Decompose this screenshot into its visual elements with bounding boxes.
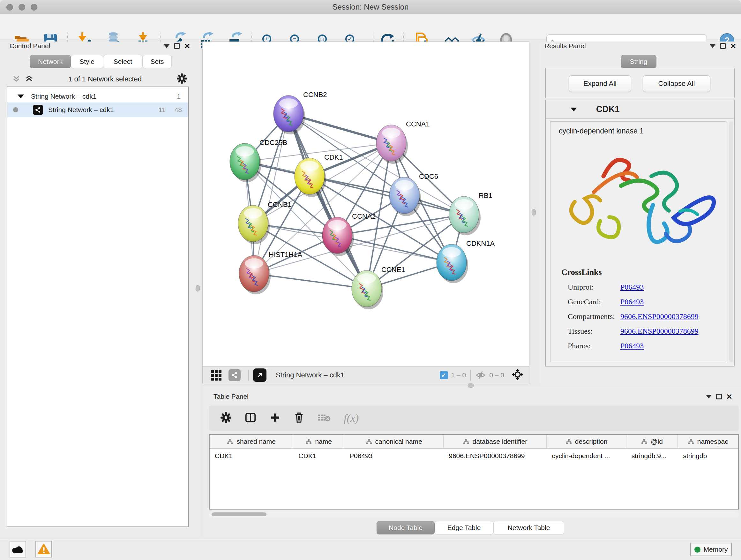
column-type-icon — [641, 439, 648, 444]
table-cell[interactable]: stringdb:9... — [626, 449, 678, 463]
node-label: CDC25B — [259, 138, 287, 146]
column-header[interactable]: description — [547, 435, 626, 448]
collapse-all-tree-icon[interactable] — [12, 74, 20, 84]
expand-all-button[interactable]: Expand All — [569, 75, 631, 92]
function-builder-button[interactable]: f(x) — [344, 412, 359, 424]
network-edge[interactable] — [288, 114, 367, 289]
column-header[interactable]: shared name — [210, 435, 293, 448]
network-edge[interactable] — [310, 176, 464, 214]
undock-panel-icon[interactable] — [174, 43, 180, 49]
string-settings-button[interactable] — [228, 369, 241, 381]
table-cell[interactable]: 9606.ENSP00000378699 — [444, 449, 547, 463]
cloud-status-button[interactable] — [10, 541, 26, 557]
tab-string[interactable]: String — [621, 55, 657, 68]
delete-table-button[interactable] — [318, 413, 330, 424]
network-collection-row[interactable]: String Network – cdk1 1 — [7, 89, 188, 104]
cloud-icon — [12, 545, 24, 554]
network-node-cdc6[interactable]: CDC6 — [389, 172, 438, 216]
collapse-all-button[interactable]: Collapse All — [643, 75, 711, 92]
network-node-rb1[interactable]: RB1 — [449, 192, 492, 235]
table-horizontal-scrollbar[interactable] — [209, 511, 739, 517]
network-node-ccna1[interactable]: CCNA1 — [376, 120, 430, 164]
float-panel-icon[interactable] — [706, 395, 712, 398]
string-network-icon — [33, 105, 43, 115]
open-in-browser-button[interactable] — [253, 368, 266, 382]
network-node-hist1h1a[interactable]: HIST1H1A — [239, 251, 302, 294]
network-options-gear-icon[interactable] — [177, 73, 187, 85]
crosslink-uniprot[interactable]: P06493 — [620, 283, 644, 291]
tab-edge-table[interactable]: Edge Table — [434, 521, 493, 535]
status-bar: Memory — [0, 539, 741, 560]
tab-style[interactable]: Style — [71, 55, 103, 68]
network-edge[interactable] — [337, 235, 452, 262]
table-cell[interactable]: CDK1 — [210, 449, 293, 463]
results-scrollbar[interactable] — [729, 121, 733, 362]
network-row-selected[interactable]: String Network – cdk1 11 48 — [7, 103, 188, 117]
tab-select[interactable]: Select — [103, 55, 143, 68]
close-panel-icon[interactable]: × — [726, 394, 732, 399]
tab-network-table[interactable]: Network Table — [493, 521, 564, 535]
node-label: CDC6 — [419, 172, 438, 180]
table-cell[interactable]: P06493 — [344, 449, 444, 463]
column-header[interactable]: namespac — [678, 435, 738, 448]
table-settings-button[interactable] — [220, 412, 231, 424]
column-header[interactable]: @id — [626, 435, 678, 448]
collection-expander-icon[interactable] — [17, 95, 24, 98]
float-panel-icon[interactable] — [164, 44, 170, 48]
undock-panel-icon[interactable] — [716, 394, 722, 399]
crosslink-compartments[interactable]: 9606.ENSP00000378699 — [620, 312, 698, 320]
table-cell[interactable]: stringdb — [678, 449, 738, 463]
tab-node-table[interactable]: Node Table — [377, 521, 434, 535]
delete-column-button[interactable] — [294, 412, 304, 425]
column-header[interactable]: name — [293, 435, 344, 448]
crosslink-pharos[interactable]: P06493 — [620, 341, 644, 350]
scrollbar-thumb[interactable] — [212, 512, 266, 516]
float-panel-icon[interactable] — [710, 44, 716, 48]
bottom-splitter-handle[interactable] — [468, 383, 474, 388]
main-toolbar: + − ▢ ✓ ⌂⌂ — [0, 14, 741, 39]
selected-counts: 1 – 0 — [451, 371, 466, 379]
network-canvas[interactable]: CCNB2CCNA1CDC25BCDK1CDC6RB1CCNB1CCNA2CDK… — [202, 42, 529, 366]
section-expander-icon[interactable] — [570, 108, 577, 111]
crosslink-row: Pharos:P06493 — [568, 338, 726, 353]
tab-sets[interactable]: Sets — [143, 55, 172, 68]
crosslink-tissues[interactable]: 9606.ENSP00000378699 — [620, 327, 698, 335]
results-panel-title: Results Panel — [544, 42, 586, 50]
network-node-ccnb2[interactable]: CCNB2 — [273, 91, 327, 134]
network-tree: String Network – cdk1 1 String Network –… — [7, 86, 189, 527]
table-cell[interactable]: CDK1 — [293, 449, 344, 463]
table-row[interactable]: CDK1CDK1P064939606.ENSP00000378699cyclin… — [210, 449, 738, 463]
network-label: String Network – cdk1 — [48, 106, 114, 114]
protein-section-header[interactable]: CDK1 — [546, 100, 734, 119]
control-panel-title: Control Panel — [10, 42, 50, 50]
table-panel: Table Panel × — [203, 386, 741, 538]
string-network-graph[interactable]: CCNB2CCNA1CDC25BCDK1CDC6RB1CCNB1CCNA2CDK… — [203, 42, 529, 366]
network-edge[interactable] — [254, 114, 288, 273]
network-node-cdkn1a[interactable]: CDKN1A — [436, 240, 495, 283]
right-splitter-handle[interactable] — [532, 209, 536, 215]
undock-panel-icon[interactable] — [720, 43, 726, 49]
column-header[interactable]: database identifier — [444, 435, 547, 448]
crosslink-genecard[interactable]: P06493 — [620, 298, 644, 306]
add-column-button[interactable] — [270, 412, 280, 424]
selected-checkbox-icon[interactable]: ✓ — [440, 371, 448, 379]
network-edge[interactable] — [254, 273, 367, 289]
column-type-icon — [366, 439, 372, 444]
footer-separator — [271, 370, 271, 381]
birds-eye-view-button[interactable] — [211, 370, 221, 381]
warnings-button[interactable] — [36, 541, 52, 557]
table-cell[interactable]: cyclin-dependent ... — [547, 449, 626, 463]
expand-all-tree-icon[interactable] — [25, 74, 33, 84]
tab-network[interactable]: Network — [30, 55, 71, 68]
column-header[interactable]: canonical name — [344, 435, 444, 448]
pan-mode-button[interactable] — [512, 369, 523, 381]
node-label: CCNB2 — [303, 91, 327, 99]
close-panel-icon[interactable]: × — [730, 43, 736, 49]
show-columns-button[interactable] — [245, 412, 256, 424]
collection-count: 1 — [177, 92, 181, 100]
memory-button[interactable]: Memory — [690, 543, 732, 556]
close-panel-icon[interactable]: × — [184, 43, 190, 49]
node-label: CDK1 — [324, 153, 343, 161]
results-panel: Results Panel × String Expand All Collap… — [539, 42, 741, 385]
left-splitter-handle[interactable] — [196, 285, 200, 292]
